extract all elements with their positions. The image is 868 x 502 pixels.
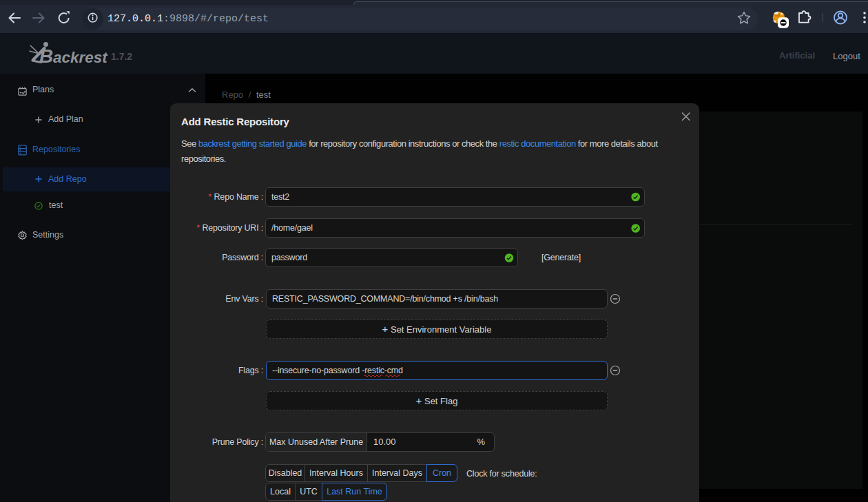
svg-text:ackrest: ackrest — [53, 49, 108, 66]
svg-text:B: B — [39, 45, 53, 67]
